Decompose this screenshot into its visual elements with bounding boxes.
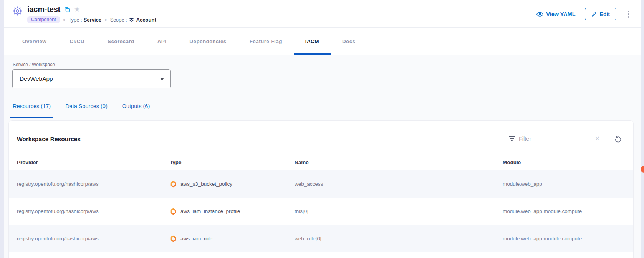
notification-dot[interactable] — [641, 166, 644, 173]
cell-provider: registry.opentofu.org/hashicorp/aws — [17, 236, 170, 241]
tab-feature-flag[interactable]: Feature Flag — [238, 28, 294, 55]
type-value: Service — [84, 17, 101, 23]
type-label: Type : — [68, 17, 82, 23]
component-gear-icon — [12, 6, 23, 16]
view-yaml-link[interactable]: View YAML — [536, 11, 575, 17]
cell-provider: registry.opentofu.org/hashicorp/aws — [17, 181, 170, 187]
main-panel: iacm-test ★ Component ● Type : Service ●… — [4, 0, 641, 258]
column-header-module: Module — [503, 160, 633, 165]
workspace-resources-card: Workspace Resources ✕ — [8, 120, 634, 258]
tab-scorecard[interactable]: Scorecard — [96, 28, 146, 55]
pencil-icon — [591, 12, 597, 17]
column-header-provider: Provider — [17, 160, 170, 165]
component-meta: Component ● Type : Service ● Scope : Acc… — [27, 16, 156, 23]
workspace-select[interactable]: DevWebApp — [12, 69, 171, 88]
table-body: registry.opentofu.org/hashicorp/aws aws_… — [9, 170, 633, 252]
tab-api[interactable]: API — [146, 28, 178, 55]
scope-value: Account — [136, 17, 156, 23]
tab-iacm[interactable]: IACM — [294, 28, 331, 55]
copy-icon[interactable] — [64, 7, 70, 13]
favorite-star-icon[interactable]: ★ — [74, 6, 80, 13]
workspace-select-label: Service / Workspace — [4, 55, 641, 67]
table-row[interactable]: registry.opentofu.org/hashicorp/aws aws_… — [9, 198, 633, 225]
subtab-resources[interactable]: Resources (17) — [10, 103, 53, 118]
cell-type: aws_iam_role — [180, 236, 212, 241]
component-tab-bar: Overview CI/CD Scorecard API Dependencie… — [4, 28, 641, 55]
column-header-type: Type — [170, 160, 295, 165]
edit-button[interactable]: Edit — [585, 8, 616, 20]
cell-module: module.web_app.module.compute — [503, 208, 633, 214]
account-scope-icon — [129, 17, 134, 23]
subtab-outputs[interactable]: Outputs (6) — [120, 103, 152, 118]
table-row[interactable]: registry.opentofu.org/hashicorp/aws aws_… — [9, 225, 633, 252]
dot-separator: ● — [104, 17, 107, 22]
workspace-select-value: DevWebApp — [20, 75, 53, 82]
page-title: iacm-test — [27, 5, 60, 14]
more-options-icon[interactable] — [626, 9, 632, 19]
cell-name: web_access — [295, 181, 503, 187]
component-badge: Component — [27, 16, 60, 23]
tab-dependencies[interactable]: Dependencies — [178, 28, 238, 55]
cell-module: module.web_app — [503, 181, 633, 187]
filter-input-wrap: ✕ — [507, 134, 601, 145]
column-header-name: Name — [295, 160, 503, 165]
dot-separator: ● — [63, 17, 66, 22]
scope-label: Scope : — [110, 17, 127, 23]
iacm-tab-content: Service / Workspace DevWebApp Resources … — [4, 55, 641, 258]
table-header-row: Provider Type Name Module — [9, 148, 633, 170]
table-row[interactable]: registry.opentofu.org/hashicorp/aws aws_… — [9, 170, 633, 198]
chevron-down-icon — [160, 78, 164, 80]
refresh-icon[interactable] — [614, 136, 622, 143]
opentofu-icon — [170, 181, 177, 188]
cell-name: web_role[0] — [295, 236, 503, 241]
filter-input[interactable] — [519, 136, 591, 142]
cell-name: this[0] — [295, 208, 503, 214]
opentofu-icon — [170, 235, 177, 242]
edit-button-label: Edit — [600, 11, 610, 17]
tab-cicd[interactable]: CI/CD — [58, 28, 96, 55]
filter-icon — [508, 136, 515, 141]
cell-provider: registry.opentofu.org/hashicorp/aws — [17, 208, 170, 214]
opentofu-icon — [170, 208, 177, 215]
tab-docs[interactable]: Docs — [331, 28, 367, 55]
cell-type: aws_iam_instance_profile — [180, 208, 240, 214]
subtab-data-sources[interactable]: Data Sources (0) — [63, 103, 110, 118]
tab-overview[interactable]: Overview — [11, 28, 58, 55]
card-title: Workspace Resources — [17, 136, 81, 143]
cell-type: aws_s3_bucket_policy — [180, 181, 232, 187]
cell-module: module.web_app.module.compute — [503, 236, 633, 241]
page-header: iacm-test ★ Component ● Type : Service ●… — [4, 0, 641, 28]
clear-filter-icon[interactable]: ✕ — [595, 136, 600, 142]
iacm-subtabs: Resources (17) Data Sources (0) Outputs … — [13, 103, 641, 118]
view-yaml-label: View YAML — [546, 11, 575, 17]
eye-icon — [536, 12, 543, 17]
